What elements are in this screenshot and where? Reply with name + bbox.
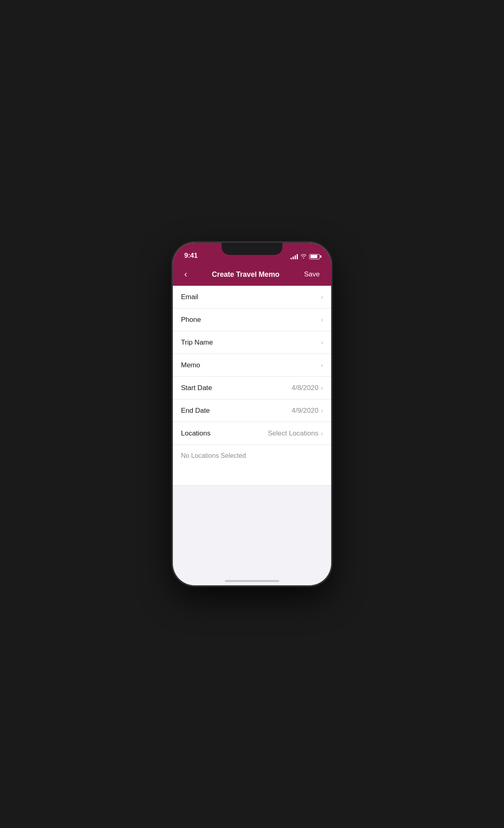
back-button[interactable]: ‹ (181, 267, 190, 281)
trip-name-row[interactable]: Trip Name › (173, 331, 331, 354)
wifi-icon (300, 253, 307, 260)
form-content: Email › Phone › Trip Name › Memo › (173, 286, 331, 485)
phone-screen: 9:41 (173, 243, 331, 585)
save-button[interactable]: Save (301, 269, 323, 280)
locations-select-value: Select Locations (268, 429, 319, 438)
email-row[interactable]: Email › (173, 286, 331, 308)
trip-name-chevron-icon: › (321, 339, 323, 346)
phone-chevron-icon: › (321, 316, 323, 323)
phone-device: 9:41 (173, 243, 331, 585)
memo-label: Memo (181, 361, 321, 369)
locations-label: Locations (181, 429, 268, 438)
phone-row[interactable]: Phone › (173, 308, 331, 331)
status-icons (291, 253, 320, 260)
start-date-label: Start Date (181, 384, 291, 392)
locations-empty-section: No Locations Selected (173, 445, 331, 485)
status-time: 9:41 (184, 252, 198, 260)
nav-bar: ‹ Create Travel Memo Save (173, 263, 331, 286)
signal-bar-1 (291, 258, 292, 259)
screen-content: Email › Phone › Trip Name › Memo › (173, 286, 331, 585)
locations-empty-text: No Locations Selected (181, 452, 246, 459)
start-date-value: 4/8/2020 (291, 384, 318, 392)
end-date-value: 4/9/2020 (291, 407, 318, 415)
trip-name-label: Trip Name (181, 339, 321, 347)
email-label: Email (181, 293, 321, 301)
end-date-label: End Date (181, 407, 291, 415)
memo-chevron-icon: › (321, 362, 323, 369)
start-date-chevron-icon: › (321, 384, 323, 392)
memo-row[interactable]: Memo › (173, 354, 331, 377)
signal-bar-3 (295, 255, 296, 259)
end-date-row[interactable]: End Date 4/9/2020 › (173, 399, 331, 422)
signal-bar-4 (297, 254, 298, 259)
signal-bars-icon (291, 254, 298, 259)
bottom-empty-area (173, 485, 331, 585)
battery-fill (310, 255, 318, 258)
signal-bar-2 (293, 257, 294, 259)
start-date-row[interactable]: Start Date 4/8/2020 › (173, 377, 331, 399)
locations-row[interactable]: Locations Select Locations › (173, 422, 331, 445)
end-date-chevron-icon: › (321, 407, 323, 414)
page-title: Create Travel Memo (212, 270, 279, 279)
battery-icon (309, 254, 320, 259)
phone-label: Phone (181, 316, 321, 324)
email-chevron-icon: › (321, 293, 323, 301)
home-indicator (225, 580, 279, 582)
locations-chevron-icon: › (321, 430, 323, 437)
status-bar: 9:41 (173, 243, 331, 263)
notch (222, 243, 282, 255)
